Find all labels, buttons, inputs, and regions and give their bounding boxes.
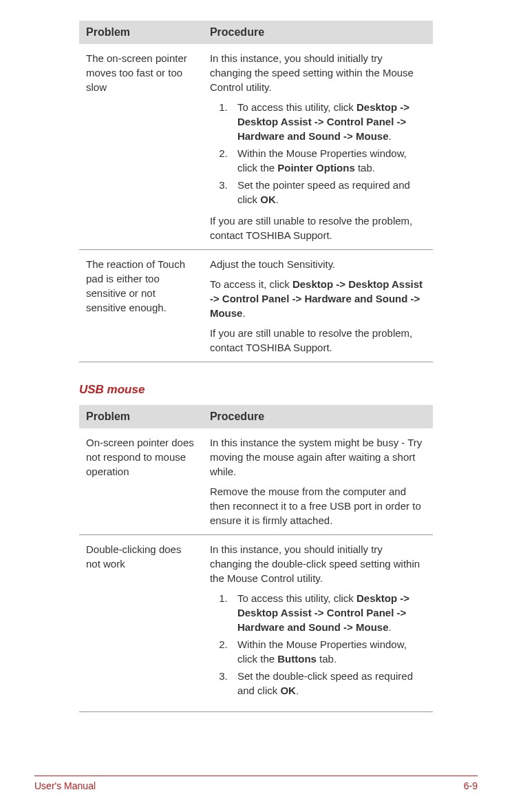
list-item: Set the pointer speed as required and cl… bbox=[231, 178, 426, 207]
table-row: The on-screen pointer moves too fast or … bbox=[79, 44, 433, 250]
list-item: Within the Mouse Properties window, clic… bbox=[231, 637, 426, 666]
procedure-cell: In this instance, you should initially t… bbox=[203, 44, 433, 250]
problem-cell: Double-clicking does not work bbox=[79, 535, 203, 712]
section-heading-usb-mouse: USB mouse bbox=[79, 383, 433, 397]
table-row: The reaction of Touch pad is either too … bbox=[79, 250, 433, 362]
footer-left: User's Manual bbox=[34, 780, 96, 791]
problem-cell: The on-screen pointer moves too fast or … bbox=[79, 44, 203, 250]
list-item: To access this utility, click Desktop ->… bbox=[231, 591, 426, 634]
troubleshoot-table-2: Problem Procedure On-screen pointer does… bbox=[79, 405, 433, 712]
intro-text: In this instance, you should initially t… bbox=[210, 542, 426, 585]
paragraph: Adjust the touch Sensitivity. bbox=[210, 257, 426, 271]
list-item: Within the Mouse Properties window, clic… bbox=[231, 146, 426, 175]
steps-list: To access this utility, click Desktop ->… bbox=[210, 591, 426, 698]
table-row: On-screen pointer does not respond to mo… bbox=[79, 428, 433, 535]
problem-cell: On-screen pointer does not respond to mo… bbox=[79, 428, 203, 535]
table1-header-procedure: Procedure bbox=[203, 21, 433, 44]
footer-right: 6-9 bbox=[464, 780, 478, 791]
paragraph: Remove the mouse from the computer and t… bbox=[210, 484, 426, 528]
page-footer: User's Manual 6-9 bbox=[34, 775, 478, 791]
outro-text: If you are still unable to resolve the p… bbox=[210, 214, 426, 242]
table1-header-problem: Problem bbox=[79, 21, 203, 44]
procedure-cell: In this instance, you should initially t… bbox=[203, 535, 433, 712]
problem-cell: The reaction of Touch pad is either too … bbox=[79, 250, 203, 362]
page-content: Problem Procedure The on-screen pointer … bbox=[34, 21, 478, 712]
paragraph: In this instance the system might be bus… bbox=[210, 435, 426, 479]
list-item: To access this utility, click Desktop ->… bbox=[231, 100, 426, 143]
list-item: Set the double-click speed as required a… bbox=[231, 669, 426, 698]
troubleshoot-table-1: Problem Procedure The on-screen pointer … bbox=[79, 21, 433, 362]
paragraph: If you are still unable to resolve the p… bbox=[210, 326, 426, 355]
steps-list: To access this utility, click Desktop ->… bbox=[210, 100, 426, 207]
table-row: Double-clicking does not work In this in… bbox=[79, 535, 433, 712]
procedure-cell: Adjust the touch Sensitivity. To access … bbox=[203, 250, 433, 362]
procedure-cell: In this instance the system might be bus… bbox=[203, 428, 433, 535]
paragraph: To access it, click Desktop -> Desktop A… bbox=[210, 277, 426, 320]
table2-header-procedure: Procedure bbox=[203, 405, 433, 428]
table2-header-problem: Problem bbox=[79, 405, 203, 428]
intro-text: In this instance, you should initially t… bbox=[210, 51, 426, 94]
